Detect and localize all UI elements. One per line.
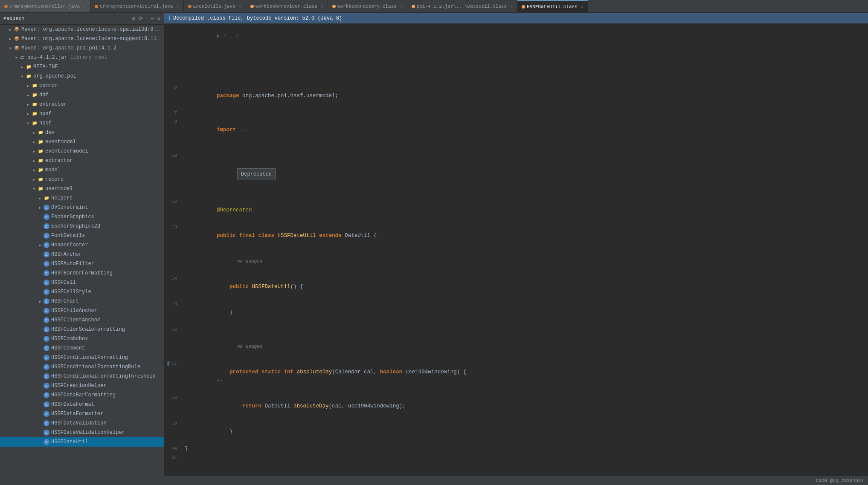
item-label: Maven: org.apache.poi:poi:4.1.2 [21, 45, 116, 51]
sidebar-item-hssfdataformatter[interactable]: HSSFDataFormatter [0, 409, 164, 419]
code-line-20: 20 } [164, 445, 868, 453]
tab-crm-payment-controller[interactable]: CrmPaymentController.java ✕ [0, 0, 90, 12]
sync-icon[interactable]: ⟳ [138, 15, 143, 22]
sidebar-item-hssfcomment[interactable]: HSSFComment [0, 344, 164, 353]
expand-arrow [38, 214, 43, 219]
item-label: eventmodel [45, 139, 76, 145]
tab-crm-payment-service[interactable]: CrmPaymentServiceImpl.java ✕ [90, 0, 184, 12]
line-number: 10 [164, 151, 181, 160]
item-label: HSSFComment [51, 345, 85, 351]
sidebar-item-hssfchildanchor[interactable]: HSSFChildAnchor [0, 306, 164, 315]
sidebar-item-hpsf[interactable]: hpsf [0, 109, 164, 118]
sidebar-item-hssfanchor[interactable]: HSSFAnchor [0, 250, 164, 259]
code-line-10: 10 [164, 151, 868, 160]
close-icon[interactable]: ✕ [177, 4, 179, 9]
sidebar-item-org-apache-poi[interactable]: org.apache.poi [0, 72, 164, 81]
tab-poi-dateutil[interactable]: poi-4.1.2.jar\...\DateUtil.class ✕ [407, 0, 517, 12]
sidebar-item-model[interactable]: model [0, 165, 164, 175]
item-label: HSSFCell [51, 280, 76, 286]
code-line-8: 8 import ... [164, 117, 868, 143]
sidebar-item-hssfcellstyle[interactable]: HSSFCellStyle [0, 287, 164, 297]
tab-icon-class [522, 5, 525, 9]
class-icon [44, 364, 49, 370]
sidebar-item-usermodel[interactable]: usermodel [0, 184, 164, 193]
sidebar-item-extractor[interactable]: extractor [0, 100, 164, 109]
sidebar-item-hssfconditionalformatting[interactable]: HSSFConditionalFormatting [0, 353, 164, 362]
close-icon[interactable]: ✕ [321, 4, 323, 9]
sidebar-item-hssfborderformatting[interactable]: HSSFBorderFormatting [0, 268, 164, 278]
sidebar-item-headerfooter[interactable]: HeaderFooter [0, 240, 164, 250]
close-icon[interactable]: ✕ [510, 4, 513, 9]
tab-workbook-factory[interactable]: WorkbookFactory.class ✕ [328, 0, 407, 12]
sidebar-item-hssfdatabarformatting[interactable]: HSSFDataBarFormatting [0, 390, 164, 400]
line-content [181, 143, 868, 151]
settings-icon[interactable]: ⚙ [132, 15, 136, 22]
sidebar-item-hssfcell[interactable]: HSSFCell [0, 278, 164, 287]
close-icon[interactable]: ✕ [581, 4, 584, 9]
sidebar-item-eschergraphics2d[interactable]: EscherGraphics2d [0, 222, 164, 231]
expand-arrow [38, 252, 43, 257]
close-icon[interactable]: ✕ [239, 4, 241, 9]
code-line-21: 21 [164, 453, 868, 462]
sidebar-item-record[interactable]: record [0, 175, 164, 184]
import-fold-indicator[interactable]: ... [239, 127, 249, 133]
override-indicator: ⇧~ [217, 378, 222, 383]
sidebar-item-dev[interactable]: dev [0, 128, 164, 137]
tab-excel-utils[interactable]: ExcelUtils.java ✕ [184, 0, 246, 12]
sidebar-item-common[interactable]: common [0, 81, 164, 90]
sidebar-item-meta-inf[interactable]: META-INF [0, 62, 164, 72]
close-sidebar-icon[interactable]: ✕ [157, 15, 160, 22]
sidebar-item-eventmodel[interactable]: eventmodel [0, 137, 164, 147]
sidebar-item-maven-lucene-spatial[interactable]: 📦 Maven: org.apache.lucene:lucene-spatia… [0, 25, 164, 34]
sidebar-item-hssfcolorscaleformatting[interactable]: HSSFColorScaleFormatting [0, 325, 164, 334]
expand-arrow [8, 46, 13, 51]
sidebar-item-maven-poi[interactable]: 📦 Maven: org.apache.poi:poi:4.1.2 [0, 43, 164, 53]
sidebar-item-hssfdatavalidationhelper[interactable]: HSSFDataValidationHelper [0, 428, 164, 437]
line-number: 13 [164, 223, 181, 231]
sidebar-item-hssf[interactable]: hssf [0, 118, 164, 128]
item-label: HeaderFooter [51, 242, 88, 248]
sidebar-item-helpers[interactable]: helpers [0, 193, 164, 203]
expand-arrow [38, 374, 43, 379]
folder-icon [32, 92, 38, 98]
sidebar-item-hssfchart[interactable]: HSSFChart [0, 297, 164, 306]
item-label: FontDetails [51, 233, 85, 239]
sidebar-item-hssfcombobox[interactable]: HSSFCombobox [0, 334, 164, 344]
line-number: 14 [164, 274, 181, 283]
item-label: META-INF [33, 64, 58, 70]
sidebar-item-eschergraphics[interactable]: EscherGraphics [0, 212, 164, 222]
tab-hssf-dateutil[interactable]: HSSFDateUtil.class ✕ [517, 0, 588, 12]
override-icon[interactable]: @ [167, 359, 170, 368]
item-label: HSSFColorScaleFormatting [51, 326, 125, 332]
sidebar-item-hssfdateutil[interactable]: HSSFDateUtil [0, 437, 164, 447]
sidebar-item-hssfconditionalformattingrule[interactable]: HSSFConditionalFormattingRule [0, 362, 164, 372]
no-usages-text-2: no usages [237, 344, 262, 349]
sidebar-item-hssfconditionalformattingthreshold[interactable]: HSSFConditionalFormattingThreshold [0, 372, 164, 381]
expand-arrow [38, 289, 43, 294]
sidebar-item-hssfautofilter[interactable]: HSSFAutoFilter [0, 259, 164, 268]
fold-indicator[interactable]: ▶ /.../ [217, 33, 239, 39]
sidebar-item-extractor2[interactable]: extractor [0, 156, 164, 165]
sidebar-item-maven-lucene-suggest[interactable]: 📦 Maven: org.apache.lucene:lucene-sugges… [0, 34, 164, 43]
sidebar-item-hssfclientanchor[interactable]: HSSFClientAnchor [0, 315, 164, 325]
line-content: } [181, 419, 868, 445]
sidebar-item-eventusermodel[interactable]: eventusermodel [0, 147, 164, 156]
sidebar-item-poi-jar[interactable]: 🗃 poi-4.1.2.jar library root [0, 53, 164, 62]
item-label: HSSFCellStyle [51, 289, 91, 295]
code-area[interactable]: ▶ /.../ 6 [164, 23, 868, 476]
sidebar-item-fontdetails[interactable]: FontDetails [0, 231, 164, 240]
sidebar-item-hssfdatavalidation[interactable]: HSSFDataValidation [0, 419, 164, 428]
sidebar-item-hssfcreationhelper[interactable]: HSSFCreationHelper [0, 381, 164, 390]
sidebar-item-ddf[interactable]: ddf [0, 90, 164, 100]
line-content: ▶ /.../ [181, 23, 868, 49]
tab-icon-class [332, 5, 336, 8]
sidebar-item-dvconstraint[interactable]: DVConstraint [0, 203, 164, 212]
collapse-icon[interactable]: − [145, 15, 149, 22]
tab-workbook-provider[interactable]: WorkbookProvider.class ✕ [246, 0, 328, 12]
close-icon[interactable]: ✕ [400, 4, 403, 9]
close-icon[interactable]: ✕ [83, 4, 86, 9]
expand-arrow [38, 336, 43, 341]
sidebar-item-hssfdataformat[interactable]: HSSFDataFormat [0, 400, 164, 409]
class-icon [44, 336, 49, 342]
more-icon[interactable]: ⋯ [151, 15, 154, 22]
